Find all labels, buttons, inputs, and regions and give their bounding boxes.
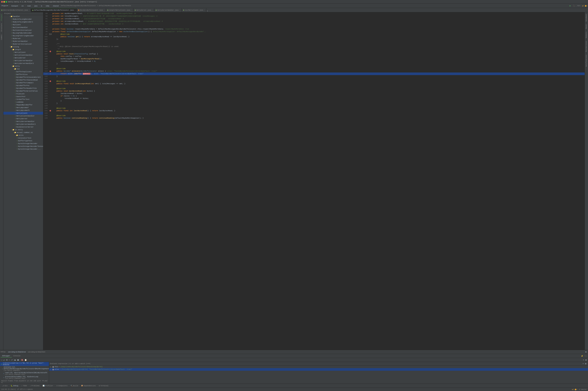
tree-myserverinitializer[interactable]: C MyServerInitializer: [3, 43, 43, 45]
tree-bufferslice[interactable]: C BufferSlice: [3, 73, 43, 76]
tree-nettyclient-nio[interactable]: C NettyClient: [3, 112, 43, 114]
tree-nettybytebuf[interactable]: C NettyByteBuf: [3, 106, 43, 109]
watch-alloc[interactable]: ▷ ⬤ alloc = {PooledByteBufAllocator@1754…: [49, 368, 588, 371]
tab-nettyserverhandler[interactable]: NettyServerHandler.java ×: [154, 8, 182, 12]
mute-button[interactable]: 🔇: [20, 359, 24, 361]
io-breadcrumb[interactable]: io: [40, 4, 43, 7]
view-breakpoints-button[interactable]: 📋: [24, 359, 27, 361]
tree-nettyclienthandler-nio[interactable]: C NettyClientHandler: [3, 114, 43, 117]
sidebar-structure-tab[interactable]: Structure: [0, 22, 3, 33]
mybaits-tab[interactable]: Mybaits: [585, 30, 588, 39]
settings-button[interactable]: ⚙: [585, 351, 588, 353]
tab-debugger[interactable]: Debugger: [0, 354, 12, 358]
maven-tab[interactable]: Maven: [585, 23, 588, 30]
tree-filelock[interactable]: C FileLock: [3, 93, 43, 95]
tab-overflow[interactable]: »: [206, 10, 208, 12]
tree-bytebufferchannelread[interactable]: C ByteBufferChannelRead: [3, 79, 43, 81]
database-tab[interactable]: Database: [585, 13, 588, 23]
tree-allocatortest[interactable]: C AllocatorTest: [3, 137, 43, 139]
tab-close-5[interactable]: ×: [152, 9, 153, 11]
src-breadcrumb[interactable]: src: [21, 4, 25, 7]
breakpoint-106[interactable]: [50, 51, 51, 52]
force-step-into-button[interactable]: ⬇: [5, 359, 8, 361]
tree-myclientinitializer[interactable]: C MyClientInitializer: [3, 29, 43, 32]
minimize-button[interactable]: [3, 1, 5, 2]
nav-profiler[interactable]: 📊 Profiler: [41, 385, 55, 387]
breakpoint-118[interactable]: [50, 81, 51, 82]
run-to-cursor-button[interactable]: ↗: [10, 359, 13, 361]
close-button[interactable]: [1, 1, 3, 2]
tree-nettybytebuf2[interactable]: C NettyByteBuf2: [3, 109, 43, 112]
debug-stop-button[interactable]: ⬛: [572, 4, 576, 7]
code-view[interactable]: 89 private int maxMessagePerRead;// 每个读循…: [43, 12, 585, 350]
run-button[interactable]: ▶: [569, 4, 572, 7]
tab-close-7[interactable]: ×: [204, 9, 205, 11]
breakpoint-131[interactable]: [50, 110, 51, 111]
java-breadcrumb[interactable]: java: [33, 4, 38, 7]
tree-nettyclient-length[interactable]: C NettyClient: [3, 51, 43, 54]
nav-dependencies[interactable]: 📦 Dependencies: [80, 385, 97, 387]
tree-ionetty-folder[interactable]: ▾ 📁 io.netty: [3, 128, 43, 131]
thread-frame-3[interactable]: ⤷ processSelectedKey:751, NioEventLoop (…: [0, 376, 49, 380]
tab-close-6[interactable]: ×: [179, 9, 180, 11]
tree-nioselectorserver[interactable]: C NioSelectorServer: [3, 126, 43, 128]
tree-guesstest[interactable]: C GuessTest: [3, 95, 43, 98]
tree-bytebuffercompact[interactable]: C ByteBufferCompact: [3, 81, 43, 84]
step-out-button[interactable]: ↑: [8, 359, 10, 361]
tree-byte2integerdecoder[interactable]: C Byte2IntegerDecoder: [3, 142, 43, 145]
tree-bufferduplicate[interactable]: C BufferDuplicate: [3, 70, 43, 73]
tree-mylongtostring[interactable]: C MyLongToStringDecoder: [3, 34, 43, 37]
tab-abstractniobytechannel[interactable]: AbstractNioByteChannel.java ×: [0, 8, 31, 12]
nav-problems[interactable]: ⚠ Problems: [28, 385, 41, 387]
step-into-button[interactable]: ↙: [3, 359, 5, 361]
main-breadcrumb[interactable]: main: [26, 4, 32, 7]
tree-nettyserverhandler-length[interactable]: C NettyServerHandler: [3, 59, 43, 62]
nav-terminal[interactable]: ⊞ Terminal: [97, 385, 110, 387]
tree-nettyserver-length[interactable]: C NettyServer: [3, 57, 43, 59]
tree-mappedbytebuffer[interactable]: C MappedByteBuffer: [3, 103, 43, 106]
nav-endpoints[interactable]: ⏸ Endpoints: [55, 385, 69, 387]
notifications-tab[interactable]: Notifications: [585, 53, 588, 68]
tab-recvbytebuf[interactable]: RecvByteBufAllocator.java ×: [77, 8, 106, 12]
tree-myserver[interactable]: C MyServer: [3, 37, 43, 40]
project-selector[interactable]: Project ▾: [0, 4, 9, 7]
tree-mylongtobyte[interactable]: C MyLongToByteEncoder: [3, 32, 43, 34]
stop-button[interactable]: ⏹: [17, 359, 20, 361]
tree-byte2integerdecoder-more[interactable]: C Byte2IntegerDecoder...: [3, 148, 43, 151]
tree-handler-folder[interactable]: ▾ 📁 handler: [3, 15, 43, 18]
nav-build[interactable]: 🔨 Build: [69, 385, 80, 387]
tab-nettyserver[interactable]: NettyServer.java ×: [133, 8, 154, 12]
tree-mybytetolongdecoder[interactable]: C MyByteToLongDecoder: [3, 18, 43, 21]
tree-byte2integerdecodertester[interactable]: C Byte2IntegerDecoderTester: [3, 145, 43, 148]
tab-close-1[interactable]: ×: [29, 9, 30, 11]
tree-intbuffertest[interactable]: C IntBufferTest: [3, 98, 43, 101]
thread-running[interactable]: ▶ nioEventLoopGroup-3-1"@1,748 in group …: [0, 362, 49, 366]
tree-tuling-folder[interactable]: ▾ 📁 tuling: [3, 45, 43, 48]
tree-myserverhandler[interactable]: C MyServerHandler: [3, 40, 43, 43]
netty-breadcrumb[interactable]: netty: [45, 4, 50, 7]
tree-utils-folder[interactable]: ▾ 📁 utils: [3, 134, 43, 137]
tree-netty-folder[interactable]: ▾ 📁 netty: [3, 65, 43, 68]
tab-nettyclient-length[interactable]: length/NettyClient.java ×: [106, 8, 133, 12]
nav-todo[interactable]: ✓ TODO: [20, 385, 28, 387]
watch-this[interactable]: ▷ ⬤ this = {AdaptiveRecvByteBufAllocator…: [49, 366, 588, 368]
transport-breadcrumb[interactable]: transport: [10, 4, 19, 7]
eval-add-button[interactable]: +: [582, 362, 584, 365]
tree-bytebufferput[interactable]: C ByteBufferPut: [3, 84, 43, 87]
tab-nettyclient-nio[interactable]: nio/NettyClient.java ×: [182, 8, 206, 12]
maximize-button[interactable]: [5, 1, 7, 2]
tree-buffertypetest[interactable]: C BufferTypeTest: [3, 139, 43, 142]
tree-nettyserverhandler2-length[interactable]: C NettyServerHandler2: [3, 62, 43, 65]
nav-debug[interactable]: 🐛 Debug: [9, 385, 20, 387]
tab-defaultmaxmessages[interactable]: DefaultMaxMessagesRecvByteBufAllocator.j…: [31, 8, 77, 12]
tree-nio-folder[interactable]: ▾ 📁 nio: [3, 68, 43, 70]
tree-nettyserverhandler2-nio[interactable]: C NettyServerHandler2: [3, 123, 43, 126]
thread-frame-1[interactable]: ⤷ allocate:114, DefaultMaxMessagesByteBu…: [0, 366, 49, 372]
tree-nettyserver-nio[interactable]: C NettyServer: [3, 117, 43, 120]
thread-selector-1[interactable]: com.tuling.nio.NettyServer: [7, 351, 27, 353]
tree-myclient[interactable]: C MyClient: [3, 23, 43, 26]
tree-length-folder[interactable]: ▾ 📁 length: [3, 48, 43, 51]
eval-expand-button[interactable]: ⊞: [584, 362, 587, 365]
tab-close-2[interactable]: ×: [74, 9, 75, 11]
tree-lemdemo[interactable]: C LemDemo: [3, 101, 43, 103]
